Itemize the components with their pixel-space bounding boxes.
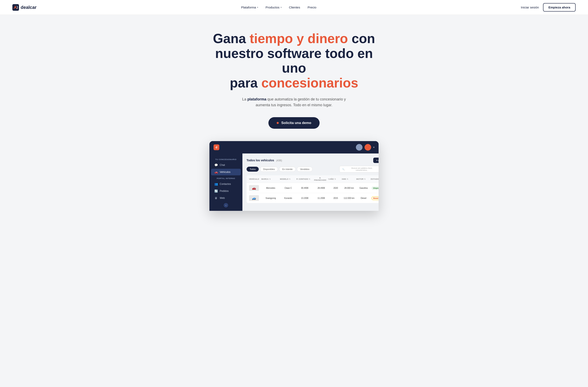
cell-model: Clase C [280,187,296,189]
demo-button[interactable]: Solicita una demo [268,117,319,129]
filter-tab-vendidos[interactable]: Vendidos [297,167,312,172]
dot-icon [277,122,279,124]
user-avatar [356,144,362,151]
table-header: VEHÍCULO MARCA ⇅ MODELO ⇅ P. CONTADO ⇅ P… [247,175,378,183]
cell-kms: 28.000 km [342,187,356,189]
search-bar[interactable]: 🔍 Buscar por palabra clave, característi… [339,166,378,172]
topbar-right: ▾ [356,144,375,151]
car-icon: 🚗 [214,170,218,174]
sidebar-item-vehiculos[interactable]: 🚗 Vehículos [211,169,241,175]
orders-icon: 🔄 [214,189,218,193]
add-vehicle-button[interactable]: + Añadir vehículo [373,158,378,163]
dashboard-main: Todos los vehículos (436) + Añadir vehíc… [242,153,378,211]
sidebar-section-label: TU CONCESIONARIO [210,157,242,161]
dashboard-body: TU CONCESIONARIO 💬 Chat 🚗 Vehículos PORT… [210,153,378,211]
nav-plataforma[interactable]: Plataforma ▾ [241,6,258,9]
cell-year: 2015 [330,197,342,199]
sidebar-wrapper: TU CONCESIONARIO 💬 Chat 🚗 Vehículos PORT… [210,153,242,211]
filters-row: Todos Disponibles En trámite Vendidos 🔍 … [247,166,378,172]
hero-title: Gana tiempo y dinero con nuestro softwar… [211,31,377,91]
chevron-down-icon: ▾ [257,6,258,8]
nav-actions: Iniciar sesión Empieza ahora [521,3,576,12]
cell-price-financed: 28.490€ [313,187,330,189]
table-row: 🚙 Ssangyong Korando 13.200€ 11.200€ 2015… [247,193,378,203]
filter-tab-disponibles[interactable]: Disponibles [260,167,278,172]
cell-price-financed: 11.200€ [313,197,330,199]
nav-productos[interactable]: Productos ▾ [266,6,282,9]
sidebar-item-pedidos[interactable]: 🔄 Pedidos [211,188,241,194]
col-kms[interactable]: KMS ⇅ [342,177,356,181]
col-pcontado[interactable]: P. CONTADO ⇅ [296,177,313,181]
vehicles-title: Todos los vehículos (436) [247,159,282,162]
logo-text: dealcar [21,5,37,10]
cell-status: Reservado [371,197,378,199]
search-icon: 🔍 [342,168,345,170]
vehicles-table: VEHÍCULO MARCA ⇅ MODELO ⇅ P. CONTADO ⇅ P… [247,175,378,203]
start-button[interactable]: Empieza ahora [543,3,576,12]
col-anio[interactable]: AÑO ⇅ [330,177,342,181]
cell-price-cash: 13.200€ [296,197,313,199]
sidebar-collapse-button[interactable]: ‹ [224,203,228,207]
cell-kms: 112.000 km [342,197,356,199]
search-wrapper: 🔍 Buscar por palabra clave, característi… [339,166,378,172]
cell-motor: Diesel [356,197,371,199]
col-vehiculo[interactable]: VEHÍCULO [249,177,261,181]
web-icon: 🖥 [214,196,218,200]
chevron-down-icon: ▾ [281,6,282,8]
navbar: dealcar Plataforma ▾ Productos ▾ Cliente… [0,0,588,15]
filter-tab-entramite[interactable]: En trámite [279,167,296,172]
col-motor[interactable]: MOTOR ⇅ [356,177,371,181]
topbar-chevron-icon: ▾ [373,146,375,149]
sidebar-section-label2: PORTAL INTERNO [210,176,242,180]
sidebar-item-contactos[interactable]: 👥 Contactos [211,181,241,187]
table-row: 🚗 Mercedes Clase C 30.490€ 28.490€ 2020 … [247,183,378,193]
main-header: Todos los vehículos (436) + Añadir vehíc… [247,158,378,163]
dash-logo-icon: d [213,144,219,150]
login-button[interactable]: Iniciar sesión [521,6,539,9]
car-thumbnail: 🚗 [249,185,259,191]
sidebar-item-chat[interactable]: 💬 Chat [211,162,241,168]
col-modelo[interactable]: MODELO ⇅ [280,177,296,181]
contacts-icon: 👥 [214,182,218,186]
dashboard-topbar: d ▾ [210,141,378,153]
car-thumbnail: 🚙 [249,195,259,201]
col-pfinanciado[interactable]: P. FINANCIADO ⇅ [313,177,330,181]
filter-tab-todos[interactable]: Todos [247,167,259,172]
cell-price-cash: 30.490€ [296,187,313,189]
sidebar: TU CONCESIONARIO 💬 Chat 🚗 Vehículos PORT… [210,153,242,211]
cell-status: Disponible [371,187,378,189]
col-marca[interactable]: MARCA ⇅ [261,177,280,181]
cell-brand: Mercedes [261,187,280,189]
chat-icon: 💬 [214,163,218,167]
nav-precio[interactable]: Precio [308,6,316,9]
col-estado[interactable]: ESTADO ⇅ [371,177,378,181]
hero-subtitle: La plataforma que automatiza la gestión … [240,96,348,108]
logo-icon [12,4,19,11]
dashboard-preview: d ▾ TU CONCESIONARIO 💬 Chat 🚗 [210,141,378,211]
cell-motor: Gasolina [356,187,371,189]
user-avatar2 [365,144,371,151]
nav-clientes[interactable]: Clientes [289,6,300,9]
cell-year: 2020 [330,187,342,189]
nav-links: Plataforma ▾ Productos ▾ Clientes Precio [241,6,316,9]
logo[interactable]: dealcar [12,4,37,11]
hero-section: Gana tiempo y dinero con nuestro softwar… [0,15,588,223]
filter-tabs: Todos Disponibles En trámite Vendidos [247,167,313,172]
cell-brand: Ssangyong [261,197,280,199]
sidebar-item-web[interactable]: 🖥 Web [211,195,241,201]
cell-model: Korando [280,197,296,199]
